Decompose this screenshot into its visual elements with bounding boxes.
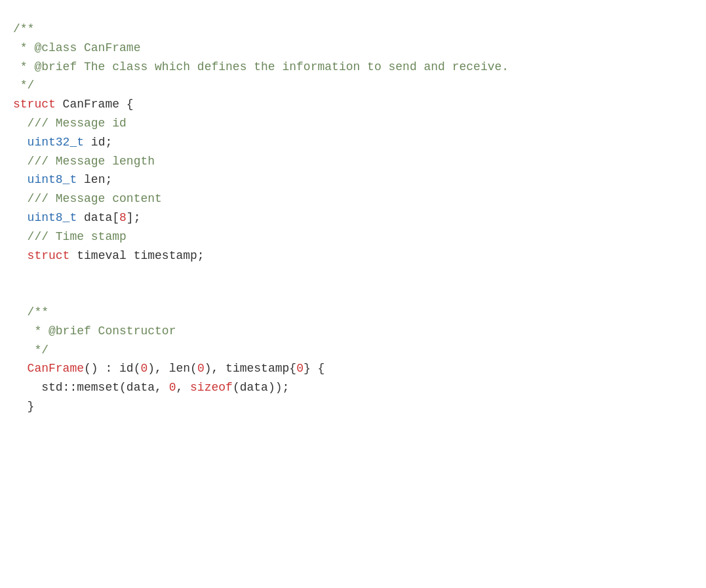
code-line: struct timeval timestamp; — [13, 246, 693, 265]
code-line: /// Message content — [13, 189, 693, 208]
code-line: /// Time stamp — [13, 227, 693, 246]
code-container: /** * @class CanFrame * @brief The class… — [0, 13, 706, 423]
code-line: } — [13, 397, 693, 416]
code-token: /// Message length — [13, 152, 155, 171]
code-token: timeval timestamp; — [69, 246, 204, 265]
code-line: /** — [13, 20, 693, 39]
code-line: */ — [13, 341, 693, 360]
code-line: /// Message length — [13, 152, 693, 171]
code-token: , — [176, 378, 190, 397]
code-line: /** — [13, 303, 693, 322]
code-token: 0 — [197, 359, 205, 378]
code-line: std::memset(data, 0, sizeof(data)); — [13, 378, 693, 397]
code-line: * @brief The class which defines the inf… — [13, 58, 693, 77]
code-token: data[ — [77, 208, 119, 227]
code-token: ), timestamp{ — [205, 359, 296, 378]
code-token: std::memset(data, — [13, 378, 169, 397]
code-line: struct CanFrame { — [13, 95, 693, 114]
code-token: (data)); — [233, 378, 289, 397]
code-token: 0 — [296, 359, 304, 378]
code-token: * @brief Constructor — [13, 322, 176, 341]
code-token: /** — [13, 20, 34, 39]
code-token: len; — [77, 170, 112, 189]
code-token: * @brief The class which defines the inf… — [13, 58, 509, 77]
code-line — [13, 284, 693, 303]
code-token: id; — [84, 133, 112, 152]
code-line: uint8_t data[8]; — [13, 208, 693, 227]
code-token: CanFrame — [28, 359, 84, 378]
code-token: sizeof — [190, 378, 233, 397]
code-token: struct — [28, 246, 70, 265]
code-token — [13, 359, 28, 378]
code-token: */ — [13, 76, 34, 95]
code-token: /// Message id — [13, 114, 127, 133]
code-token: uint32_t — [28, 133, 84, 152]
code-line: uint8_t len; — [13, 170, 693, 189]
code-token: 0 — [140, 359, 147, 378]
code-line: uint32_t id; — [13, 133, 693, 152]
code-token: ), len( — [147, 359, 197, 378]
code-token — [13, 208, 28, 227]
code-token — [13, 246, 28, 265]
code-line: * @brief Constructor — [13, 322, 693, 341]
code-token: 0 — [169, 378, 176, 397]
code-token: struct — [13, 95, 56, 114]
code-token — [13, 133, 28, 152]
code-token: /// Time stamp — [13, 227, 127, 246]
code-token: () : id( — [84, 359, 140, 378]
code-line: /// Message id — [13, 114, 693, 133]
code-token: 8 — [119, 208, 127, 227]
code-line: CanFrame() : id(0), len(0), timestamp{0}… — [13, 359, 693, 378]
code-token: CanFrame { — [56, 95, 134, 114]
code-token: uint8_t — [28, 208, 77, 227]
code-token: /** — [13, 303, 49, 322]
code-line: * @class CanFrame — [13, 39, 693, 58]
code-token: */ — [13, 341, 49, 360]
code-token: } { — [304, 359, 324, 378]
code-token: ]; — [127, 208, 141, 227]
code-token: } — [13, 397, 34, 416]
code-token: /// Message content — [13, 189, 162, 208]
code-token: * @class CanFrame — [13, 39, 140, 58]
code-token: uint8_t — [28, 170, 77, 189]
code-token — [13, 170, 28, 189]
code-line — [13, 265, 693, 284]
code-line: */ — [13, 76, 693, 95]
